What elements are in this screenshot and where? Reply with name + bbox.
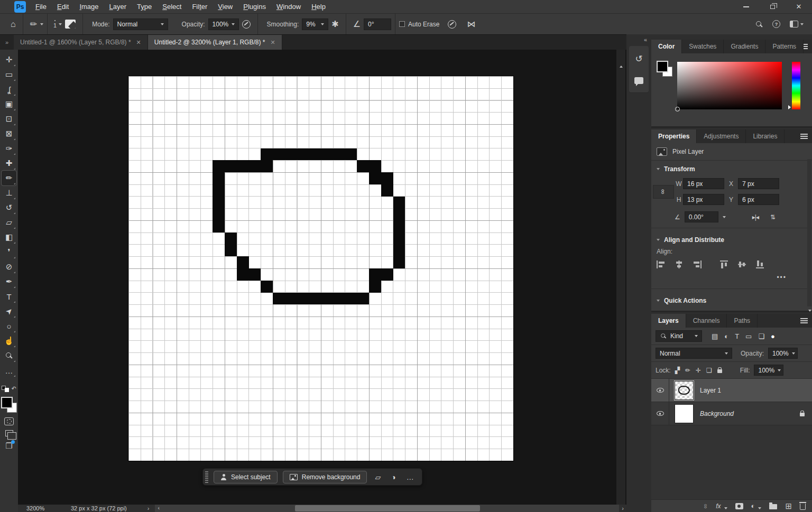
layer-name[interactable]: Background — [700, 410, 734, 417]
align-center-horizontal-icon[interactable] — [675, 260, 684, 268]
remove-background-button[interactable]: Remove background — [283, 471, 367, 483]
tool-dodge[interactable]: ⊘ — [2, 259, 16, 274]
document-tab-untitled-2[interactable]: Untitled-2 @ 3200% (Layer 1, RGB/8) * ✕ — [148, 35, 282, 50]
delete-layer-icon[interactable] — [800, 504, 806, 510]
vertical-scrollbar[interactable] — [616, 50, 625, 505]
default-colors-icon[interactable] — [2, 386, 9, 392]
mode-select[interactable]: Normal — [113, 18, 168, 30]
brush-angle-input[interactable]: 0° — [364, 18, 391, 30]
layer-fill-input[interactable]: 100% — [754, 365, 783, 376]
toolbar-expand-icon[interactable]: » — [0, 35, 14, 50]
align-right-icon[interactable] — [693, 260, 702, 268]
tab-properties[interactable]: Properties — [651, 129, 697, 143]
tool-crop[interactable]: ⊡ — [2, 111, 16, 126]
flip-vertical-icon[interactable]: ⇅ — [770, 213, 775, 221]
document-tab-untitled-1[interactable]: Untitled-1 @ 1600% (Layer 5, RGB/8) * ✕ — [14, 35, 148, 50]
tool-path-select[interactable]: ➤ — [2, 304, 16, 319]
close-button[interactable]: ✕ — [786, 0, 812, 13]
tool-object-selection[interactable]: ▣ — [2, 97, 16, 111]
tool-zoom[interactable] — [2, 348, 16, 363]
opacity-input[interactable]: 100% — [208, 18, 239, 30]
y-input[interactable]: 6 px — [738, 194, 779, 205]
lock-artboard-icon[interactable]: ❏ — [706, 367, 712, 374]
workspace-switcher[interactable] — [790, 21, 804, 27]
align-more-options[interactable]: ••• — [651, 272, 812, 285]
lock-position-icon[interactable]: ✛ — [696, 367, 701, 374]
tool-spot-healing[interactable]: ✚ — [2, 156, 16, 171]
menu-filter[interactable]: Filter — [187, 0, 213, 13]
filter-toggle-pin-icon[interactable]: ● — [771, 332, 775, 340]
tab-gradients[interactable]: Gradients — [724, 40, 765, 53]
select-subject-button[interactable]: Select subject — [214, 471, 278, 483]
airbrush-icon[interactable] — [448, 20, 456, 29]
new-adjustment-layer-icon[interactable]: ◐ — [751, 502, 755, 510]
tab-swatches[interactable]: Swatches — [682, 40, 724, 53]
tool-blur[interactable]: ❜ — [2, 245, 16, 259]
layer-row-background[interactable]: Background — [651, 402, 812, 425]
layer-filter-kind-select[interactable]: Kind — [656, 330, 702, 342]
brush-size-preview[interactable]: 1 — [51, 20, 59, 28]
menu-layer[interactable]: Layer — [104, 0, 132, 13]
tab-color[interactable]: Color — [651, 40, 682, 53]
tool-type[interactable]: T — [2, 289, 16, 304]
color-picker-handle[interactable] — [675, 107, 680, 111]
filter-image-layers-icon[interactable]: ▤ — [712, 332, 718, 340]
smoothing-input[interactable]: 9% — [302, 18, 328, 30]
close-tab-icon[interactable]: ✕ — [270, 39, 275, 46]
tool-more-tools[interactable]: … — [2, 363, 16, 378]
filter-smart-object-icon[interactable]: ❏ — [758, 332, 764, 340]
align-center-vertical-icon[interactable] — [738, 260, 747, 268]
chevron-down-icon[interactable] — [59, 23, 62, 25]
more-options-icon[interactable]: … — [404, 473, 417, 481]
menu-image[interactable]: Image — [74, 0, 104, 13]
flip-horizontal-icon[interactable]: ▸|◂ — [752, 213, 759, 221]
screen-mode-icon[interactable] — [5, 430, 13, 436]
panel-menu-icon[interactable] — [804, 44, 808, 49]
adjustments-icon[interactable]: ◑ — [389, 473, 398, 481]
horizontal-scrollbar[interactable]: ‹ — [155, 505, 619, 512]
menu-select[interactable]: Select — [157, 0, 187, 13]
tool-lasso[interactable]: ʆ — [2, 82, 16, 97]
properties-scrollbar[interactable] — [807, 159, 811, 306]
menu-help[interactable]: Help — [306, 0, 331, 13]
layer-effects-icon[interactable]: fx — [716, 502, 721, 510]
help-icon[interactable]: ? — [772, 20, 780, 28]
tool-clone-stamp[interactable]: ⊥ — [2, 185, 16, 200]
menu-window[interactable]: Window — [271, 0, 306, 13]
filter-adjustment-layers-icon[interactable]: ◐ — [724, 332, 728, 340]
layer-row-layer-1[interactable]: Layer 1 — [651, 379, 812, 402]
tool-pencil[interactable]: ✏ — [2, 171, 16, 185]
panel-menu-icon[interactable] — [800, 134, 808, 139]
hue-slider[interactable] — [792, 62, 800, 109]
foreground-color-swatch[interactable] — [1, 397, 13, 408]
paint-symmetry-butterfly-icon[interactable]: ⋈ — [464, 19, 478, 29]
tool-eraser[interactable]: ▱ — [2, 215, 16, 230]
minimize-button[interactable] — [733, 0, 759, 13]
align-section-header[interactable]: Align and Distribute — [651, 231, 812, 247]
x-input[interactable]: 7 px — [738, 178, 779, 189]
home-icon[interactable]: ⌂ — [7, 20, 19, 29]
panel-menu-icon[interactable] — [800, 318, 808, 323]
height-input[interactable]: 13 px — [683, 194, 724, 205]
tool-hand[interactable]: ☝ — [2, 333, 16, 348]
tab-layers[interactable]: Layers — [651, 314, 686, 328]
hue-slider-handle[interactable] — [788, 105, 791, 109]
rotation-input[interactable]: 0.00° — [685, 211, 718, 222]
horizontal-scroll-thumb[interactable] — [295, 505, 480, 511]
pressure-opacity-icon[interactable] — [242, 20, 251, 29]
constrain-proportions-link-icon[interactable]: ∞ — [653, 185, 674, 199]
transform-icon[interactable]: ▱ — [372, 473, 383, 481]
tab-libraries[interactable]: Libraries — [746, 129, 785, 143]
menu-edit[interactable]: Edit — [52, 0, 74, 13]
saturation-brightness-field[interactable] — [677, 62, 782, 109]
align-left-icon[interactable] — [657, 260, 666, 268]
tab-channels[interactable]: Channels — [686, 314, 727, 328]
tool-gradient[interactable]: ◧ — [2, 230, 16, 245]
transform-section-header[interactable]: Transform — [651, 161, 812, 176]
auto-erase-checkbox[interactable] — [399, 21, 405, 27]
filter-shape-layers-icon[interactable]: ▭ — [745, 332, 752, 340]
history-panel-icon[interactable]: ↺ — [635, 53, 642, 64]
taskbar-drag-handle[interactable] — [205, 471, 208, 483]
lock-transparent-pixels-icon[interactable]: ▞ — [675, 367, 680, 374]
color-panel-swatches[interactable] — [657, 61, 672, 77]
